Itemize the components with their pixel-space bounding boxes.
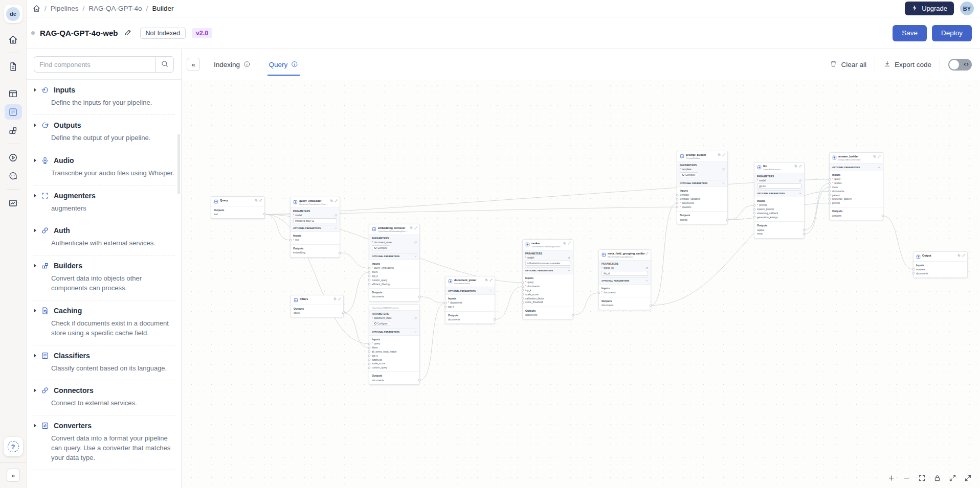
param-value-input[interactable]: intfloat/e5-base-v2 [293,218,337,223]
node-prompt_builder[interactable]: prompt_builderPromptBuilderPARAMETERS* t… [677,151,728,224]
port-prompt[interactable]: prompt [680,218,725,222]
component-group-inputs[interactable]: InputsDefine the inputs for your pipelin… [33,80,175,115]
copy-icon[interactable] [485,278,488,282]
port-documents[interactable]: documents [525,313,570,317]
caret-right-icon[interactable] [34,228,36,233]
input-port[interactable] [829,190,831,193]
param-value-input[interactable]: gpt-4o [757,183,801,189]
refresh-icon[interactable] [414,317,417,319]
input-port[interactable] [522,297,524,300]
avatar[interactable]: BY [960,2,974,15]
port-prompt[interactable]: prompt [832,201,880,205]
port-pattern[interactable]: pattern [832,193,880,197]
port-template[interactable]: template [680,193,725,197]
collapse-panel-button[interactable]: « [187,58,200,71]
expand-icon[interactable] [645,252,649,255]
panel-scrollbar[interactable] [177,134,180,194]
component-group-outputs[interactable]: OutputsDefine the output of your pipelin… [33,115,175,150]
port-generation_kwargs[interactable]: generation_kwargs [757,215,801,219]
output-port[interactable] [803,233,806,235]
component-group-caching[interactable]: CachingCheck if documents exist in a doc… [33,300,175,345]
port-object[interactable]: object [294,311,341,315]
port-documents[interactable]: documents [372,295,417,299]
port-scale_score[interactable]: scale_score [372,362,417,366]
port-streaming_callback[interactable]: streaming_callback [757,212,801,216]
input-port[interactable] [753,208,756,211]
input-port[interactable] [522,293,524,296]
rail-item-layout[interactable] [5,86,22,101]
configure-button[interactable]: Configure [372,245,390,250]
expand-icon[interactable] [338,297,341,301]
expand-icon[interactable] [414,226,417,230]
node-meta_field_grouping_ranker[interactable]: meta_field_grouping_rankerMetaFieldGroup… [598,249,651,310]
copy-icon[interactable] [333,297,337,301]
output-port[interactable] [882,215,884,217]
input-port[interactable] [829,194,831,197]
node-query[interactable]: QueryOutputstext [211,196,265,219]
input-port[interactable] [912,268,915,271]
port-filters[interactable]: filters [372,270,417,274]
help-button[interactable]: ? [4,437,23,456]
input-port[interactable] [676,194,679,196]
port-system_prompt[interactable]: system_prompt [757,207,801,212]
clear-all-button[interactable]: Clear all [830,60,866,69]
lock-button[interactable] [932,473,942,483]
copy-icon[interactable] [957,254,961,258]
optional-parameters-row[interactable]: OPTIONAL PARAMETERS [448,289,492,292]
breadcrumb-item[interactable]: Pipelines [51,5,79,12]
copy-icon[interactable] [255,199,258,202]
optional-parameters-row[interactable]: OPTIONAL PARAMETERS [293,225,337,229]
caret-right-icon[interactable] [34,354,36,358]
node-embedding_retriever[interactable]: embedding_retrieverOpenSearchEmbeddingRe… [369,224,420,301]
port-documents[interactable]: * documents [525,285,570,289]
expand-icon[interactable] [962,254,965,258]
tab-indexing[interactable]: Indexing [212,49,252,80]
caret-right-icon[interactable] [34,264,36,268]
port-documents[interactable]: documents [602,304,648,308]
input-port[interactable] [368,267,371,269]
input-port[interactable] [829,178,831,180]
port-documents[interactable]: * documents [448,301,492,305]
code-view-toggle[interactable] [948,59,972,71]
port-documents[interactable]: documents [832,189,880,193]
caret-right-icon[interactable] [34,388,36,392]
output-port[interactable] [418,379,421,382]
port-documents[interactable]: documents [916,271,965,275]
input-port[interactable] [368,271,371,273]
input-port[interactable] [676,198,679,200]
tab-query[interactable]: Query [268,49,300,80]
port-reference_pattern[interactable]: reference_pattern [832,197,880,201]
component-group-builders[interactable]: BuildersConvert data into objects other … [33,255,175,300]
input-port[interactable] [368,283,371,286]
port-documents[interactable]: documents [448,318,492,322]
input-port[interactable] [368,342,371,345]
export-code-button[interactable]: Export code [883,60,931,69]
input-port[interactable] [522,285,524,288]
caret-right-icon[interactable] [34,158,36,162]
component-group-converters[interactable]: ConvertersConvert data into a format you… [33,415,175,470]
component-group-connectors[interactable]: ConnectorsConnect to external services. [33,380,175,415]
input-port[interactable] [368,346,371,349]
port-top_k[interactable]: top_k [372,354,417,358]
input-port[interactable] [829,186,831,189]
optional-parameters-row[interactable]: OPTIONAL PARAMETERS [372,253,417,258]
input-port[interactable] [598,291,600,294]
port-fuzziness[interactable]: fuzziness [372,358,417,362]
copy-icon[interactable] [873,155,876,158]
input-port[interactable] [676,202,679,204]
zoom-out-button[interactable] [902,473,911,483]
param-value-input[interactable]: file_id [602,271,648,276]
port-replies[interactable]: replies [757,228,801,232]
param-value-input[interactable]: intfloat/simlm-msmarco-reranker [525,261,570,266]
node-bm25_retriever[interactable]: OpenSearchBM25RetrieverPARAMETERS* docum… [369,304,420,385]
rail-item-chat[interactable] [5,168,22,183]
input-port[interactable] [522,289,524,292]
rail-item-home[interactable] [5,32,22,47]
expand-icon[interactable] [568,242,571,245]
port-text[interactable]: * text [293,238,337,242]
expand-icon[interactable] [489,278,493,282]
optional-parameters-row[interactable]: OPTIONAL PARAMETERS [832,166,880,169]
component-group-augmenters[interactable]: Augmentersaugmenters [33,185,175,221]
expand-icon[interactable] [878,155,881,158]
copy-icon[interactable] [410,226,413,230]
